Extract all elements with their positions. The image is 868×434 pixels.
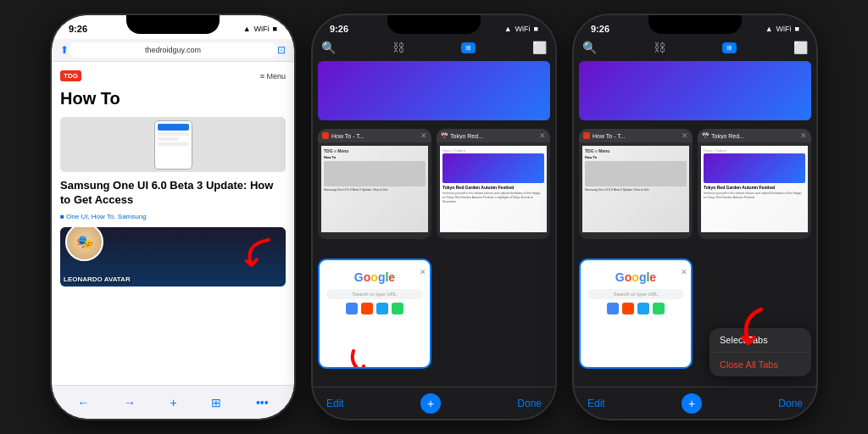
article-tags: ■ One UI, How To, Samsung [60, 213, 286, 220]
menu-label[interactable]: ≡ Menu [260, 72, 286, 81]
tdc-thumb-title: How To [324, 155, 426, 159]
link-icon-3[interactable]: ⛓ [654, 41, 665, 54]
done-button-3[interactable]: Done [778, 398, 803, 409]
tab-card-google[interactable]: ✕ Google Search or type URL [318, 259, 431, 369]
link-icon[interactable]: ⛓ [392, 41, 404, 54]
tab-card-google-3[interactable]: ✕ Google Search or type URL [579, 259, 693, 369]
time-2: 9:26 [330, 24, 348, 34]
tab-toolbar: 🔍 ⛓ ⊞ ⬜ [313, 39, 555, 58]
arrow-indicator-2 [345, 347, 379, 369]
phone-1: 9:26 ▲ WiFi ■ ⬆ thedroidguy.com ⊡ [50, 14, 296, 420]
search-tab-icon[interactable]: 🔍 [321, 41, 336, 54]
tdc-thumb-logo: TDG ≡ Menu [324, 148, 426, 153]
add-tab-button-2[interactable]: + [420, 393, 441, 414]
wifi-icon-3: WiFi [776, 25, 792, 33]
tab-title-tokyo: Tokyo Red... [450, 133, 539, 139]
tab-content-tokyo-3: Home / Culture Tokyo Red Garden Autumn F… [698, 142, 811, 236]
tokyo-title: Tokyo Red Garden Autumn Festival [442, 185, 544, 190]
window-icon-3[interactable]: ⬜ [793, 41, 808, 54]
google-tab-close[interactable]: ✕ [420, 263, 426, 278]
google-shortcuts [346, 303, 403, 314]
battery-icon-3: ■ [795, 25, 799, 33]
tabs-grid: How To - T... ✕ TDG ≡ Menu How To Samsun… [313, 125, 555, 387]
tab-close-tdc[interactable]: ✕ [420, 131, 427, 140]
tags-text: ■ One UI, How To, Samsung [60, 213, 147, 220]
google-shortcut-4 [392, 303, 403, 314]
tabs-button[interactable]: ⊞ [211, 396, 221, 409]
tab-header-tdc: How To - T... ✕ [318, 129, 431, 142]
share-icon[interactable]: ⬆ [60, 44, 69, 56]
tab-card-tdc-3[interactable]: How To - T... ✕ TDG ≡ Menu How To Samsun… [579, 129, 693, 239]
tab-title-tokyo-3: Tokyo Red... [711, 133, 800, 139]
top-tab-row [313, 58, 555, 125]
tokyo-text-3: Immerse yourself in the vibrant colours … [704, 192, 805, 200]
google-shortcut-1-3 [607, 303, 619, 314]
phone-3: 9:26 ▲ WiFi ■ 🔍 ⛓ ⊞ ⬜ [572, 14, 818, 420]
forward-button[interactable]: → [124, 396, 136, 409]
done-button-2[interactable]: Done [517, 398, 542, 409]
google-search-bar[interactable]: Search or type URL [326, 289, 423, 299]
edit-button-3[interactable]: Edit [587, 398, 605, 409]
google-tab-close-3[interactable]: ✕ [681, 263, 687, 278]
edit-button-2[interactable]: Edit [326, 398, 344, 409]
tdc-thumb-logo-3: TDG ≡ Menu [585, 148, 687, 153]
back-button[interactable]: ← [77, 396, 89, 409]
url-bar[interactable]: thedroidguy.com [69, 42, 277, 58]
tdc-badge: TDG [60, 70, 81, 81]
tab-header-tokyo: 🎌 Tokyo Red... ✕ [437, 129, 550, 142]
tokyo-header: Home / Culture [442, 148, 544, 153]
how-to-title: How To [60, 88, 286, 108]
tab-content-tdc: TDG ≡ Menu How To Samsung One UI 6.0 Bet… [318, 142, 431, 236]
status-icons-3: ▲ WiFi ■ [765, 25, 799, 33]
more-button[interactable]: ••• [256, 396, 269, 409]
tab-close-tdc-3[interactable]: ✕ [682, 131, 688, 140]
status-icons-1: ▲ WiFi ■ [243, 25, 277, 33]
browser-right-icons: ⊡ [277, 44, 286, 56]
battery-icon-2: ■ [534, 25, 538, 33]
bookmark-icon[interactable]: ⊡ [277, 44, 286, 56]
browser-left-icons: ⬆ [60, 44, 69, 56]
bottom-bar-3: Edit + Done [574, 387, 816, 419]
bottom-nav: ← → + ⊞ ••• [52, 385, 294, 419]
tab-close-tokyo-3[interactable]: ✕ [800, 131, 807, 140]
status-icons-2: ▲ WiFi ■ [504, 25, 538, 33]
signal-icon-3: ▲ [765, 25, 773, 33]
signal-icon-2: ▲ [504, 25, 512, 33]
window-icon[interactable]: ⬜ [532, 41, 547, 54]
google-logo: Google [354, 270, 395, 284]
tdc-thumb-image [324, 161, 426, 186]
wifi-icon: WiFi [254, 25, 270, 33]
hero-thumbnail [318, 61, 550, 120]
search-tab-icon-3[interactable]: 🔍 [582, 41, 597, 54]
tab-toolbar-3: 🔍 ⛓ ⊞ ⬜ [574, 39, 816, 58]
tab-header-tokyo-3: 🎌 Tokyo Red... ✕ [698, 129, 811, 142]
google-shortcut-1 [346, 303, 358, 314]
tab-card-tokyo-3[interactable]: 🎌 Tokyo Red... ✕ Home / Culture Tokyo Re… [698, 129, 811, 239]
phones-container: 9:26 ▲ WiFi ■ ⬆ thedroidguy.com ⊡ [36, 0, 832, 434]
tdc-thumb-title-3: How To [585, 155, 687, 159]
tab-card-tdc[interactable]: How To - T... ✕ TDG ≡ Menu How To Samsun… [318, 129, 431, 239]
google-shortcut-2-3 [622, 303, 634, 314]
tab-title-tdc: How To - T... [331, 133, 420, 139]
thumbnail-label: LEONARDO AVATAR [64, 275, 131, 283]
tokyo-favicon-3: 🎌 [702, 132, 709, 139]
battery-icon: ■ [273, 25, 277, 33]
close-all-tabs-option[interactable]: Close All Tabs [709, 353, 811, 376]
google-shortcut-3 [376, 303, 388, 314]
time-1: 9:26 [69, 24, 87, 34]
tdc-thumb-image-3 [585, 161, 687, 186]
tab-card-tokyo[interactable]: 🎌 Tokyo Red... ✕ Home / Culture Tokyo Re… [437, 129, 550, 239]
signal-icon: ▲ [243, 25, 251, 33]
tab-count-badge[interactable]: ⊞ [461, 42, 476, 53]
google-search-bar-3[interactable]: Search or type URL [587, 289, 684, 299]
time-3: 9:26 [591, 24, 609, 34]
google-shortcut-3-3 [637, 303, 649, 314]
new-tab-button[interactable]: + [170, 396, 177, 409]
tokyo-text: Immerse yourself in the vibrant colours … [442, 192, 544, 204]
google-shortcut-2 [361, 303, 373, 314]
tab-count-badge-3[interactable]: ⊞ [722, 42, 737, 53]
add-tab-button-3[interactable]: + [682, 393, 702, 414]
article-thumbnail: 🎭 LEONARDO AVATAR [60, 227, 286, 287]
tab-close-tokyo[interactable]: ✕ [539, 131, 546, 140]
tab-content-tokyo: Home / Culture Tokyo Red Garden Autumn F… [437, 142, 550, 236]
